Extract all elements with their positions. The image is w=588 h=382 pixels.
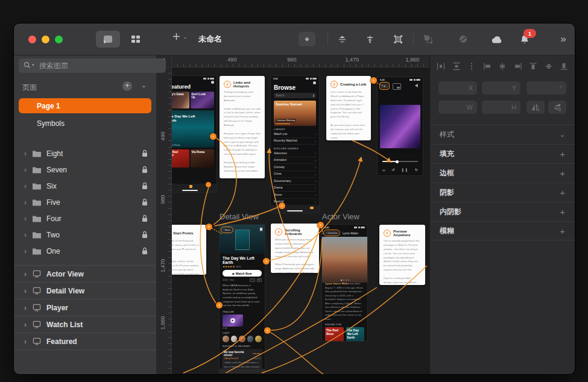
artboard-featured[interactable]: 9:41 Featured Molly's Game Don't Look Up… xyxy=(171,76,217,192)
toolbar-overflow-button[interactable]: » xyxy=(555,32,571,46)
flow-node-back[interactable] xyxy=(206,224,212,230)
symbol-tool-button[interactable] xyxy=(299,32,315,46)
pause-icon[interactable]: ❙❙ xyxy=(401,168,408,172)
cast-avatar[interactable] xyxy=(247,336,254,342)
pages-collapse-chevron-icon[interactable]: ⌄ xyxy=(141,81,147,89)
align-top-icon[interactable] xyxy=(528,61,538,71)
layer-row-folder[interactable]: › Four xyxy=(14,210,156,227)
width-field[interactable]: W xyxy=(438,101,477,114)
flow-node[interactable] xyxy=(216,302,223,308)
browse-row-genre[interactable]: Horror› xyxy=(274,192,316,199)
poster-day-we-left-earth[interactable]: The Day We Left Earth Science Fiction xyxy=(171,110,214,148)
canvas-view-toggle[interactable] xyxy=(96,31,120,48)
add-inner-shadow-button[interactable]: + xyxy=(560,207,565,217)
horizontal-ruler[interactable]: 490 980 1,470 1,960 xyxy=(171,55,430,67)
close-window-button[interactable] xyxy=(28,36,36,43)
browse-search-field[interactable]: Search xyxy=(274,93,316,98)
cast-avatar[interactable] xyxy=(231,336,238,342)
known-for-poster-red-river[interactable]: The Red River Thriller xyxy=(325,327,344,341)
fills-section-header[interactable]: 填充 + xyxy=(430,144,575,163)
subtitles-icon[interactable]: ▭ xyxy=(382,168,385,172)
add-page-button[interactable]: + xyxy=(122,81,132,91)
flow-node[interactable] xyxy=(263,258,270,265)
profile-icon[interactable] xyxy=(313,81,316,84)
distribute-horizontally-icon[interactable] xyxy=(436,61,446,71)
distribute-button[interactable] xyxy=(362,32,377,46)
lock-icon[interactable] xyxy=(142,214,148,222)
layer-row-artboard-featured[interactable]: › Featured xyxy=(14,333,156,350)
poster-mollys-game[interactable]: Molly's Game xyxy=(171,92,189,108)
layer-row-artboard-player[interactable]: › Player xyxy=(14,299,156,316)
browse-row-watch-list[interactable]: Watch List› xyxy=(274,131,316,138)
poster-red-river[interactable]: The Red River xyxy=(171,149,189,168)
lock-icon[interactable] xyxy=(142,198,148,206)
cast-row[interactable] xyxy=(223,336,262,342)
lock-icon[interactable] xyxy=(142,182,148,190)
lock-icon[interactable] xyxy=(142,166,148,174)
flow-node-back[interactable] xyxy=(370,77,377,84)
layer-row-artboard-watch-list[interactable]: › Watch List xyxy=(14,316,156,333)
lock-icon[interactable] xyxy=(142,247,148,255)
zoom-window-button[interactable] xyxy=(55,36,63,43)
forward-icon[interactable]: ↻ xyxy=(415,168,418,172)
rotation-field[interactable]: ° xyxy=(526,81,566,95)
y-position-field[interactable]: Y xyxy=(482,81,520,95)
borders-section-header[interactable]: 边框 + xyxy=(430,163,575,183)
browse-row-genre[interactable]: Drama› xyxy=(274,185,316,192)
browse-row-genre[interactable]: Crime› xyxy=(274,171,316,178)
blur-section-header[interactable]: 模糊 + xyxy=(430,221,575,240)
cast-avatar[interactable] xyxy=(223,336,229,342)
layer-row-folder[interactable]: › Eight xyxy=(14,145,156,161)
browse-row-genre[interactable]: Animation› xyxy=(274,157,316,164)
page-item-page1[interactable]: Page 1 xyxy=(19,98,151,113)
disclosure-chevron-icon[interactable]: › xyxy=(21,149,30,158)
watch-now-button[interactable]: ▶ Watch Now xyxy=(223,270,262,277)
artboard-label-detail-view[interactable]: Detail View xyxy=(220,212,259,221)
height-field[interactable]: H xyxy=(482,101,520,114)
artboard-player[interactable]: 9:41 ✕ ▭ ↺ ❙❙ ↻ xyxy=(378,77,423,175)
trailer-thumbnail[interactable]: ▶ xyxy=(223,315,243,327)
artboard-actor-view[interactable]: 9:41 ‹ Overview Lynne Walter BIO Lynne G… xyxy=(322,225,367,341)
close-player-button[interactable]: ✕ xyxy=(381,83,388,89)
canvas[interactable]: 490 980 1,470 1,960 490 980 1,470 1,960 … xyxy=(156,55,430,374)
add-fill-button[interactable]: + xyxy=(560,149,565,159)
shadows-section-header[interactable]: 阴影 + xyxy=(430,183,575,202)
layer-row-folder[interactable]: › Six xyxy=(14,178,156,194)
layer-row-folder[interactable]: › One xyxy=(14,243,156,259)
vertical-ruler[interactable]: 490 980 1,470 1,960 xyxy=(156,67,172,374)
card-links-and-hotspots[interactable]: 2 Links and Hotspots To begin prototypin… xyxy=(220,76,265,178)
notifications-button[interactable]: 1 xyxy=(517,32,533,46)
continue-watching-button[interactable]: Continue Watching xyxy=(276,119,296,122)
flow-node[interactable] xyxy=(264,327,271,334)
profile-icon[interactable] xyxy=(211,81,214,84)
distribute-vertically-icon[interactable] xyxy=(452,61,461,71)
known-for-poster-day-we-left-earth[interactable]: The Day We Left Earth Science Fiction xyxy=(346,327,365,341)
align-left-icon[interactable] xyxy=(482,61,492,71)
player-video-frame[interactable] xyxy=(380,105,420,148)
disclosure-chevron-icon[interactable]: › xyxy=(21,287,30,295)
add-shadow-button[interactable]: + xyxy=(560,187,565,198)
lock-icon[interactable] xyxy=(142,149,148,157)
disclosure-chevron-icon[interactable]: › xyxy=(21,337,30,346)
scale-button[interactable] xyxy=(390,32,406,46)
disclosure-chevron-icon[interactable]: › xyxy=(21,231,30,239)
style-section-header[interactable]: 样式 ⌄ xyxy=(430,125,575,144)
layer-row-folder[interactable]: › Seven xyxy=(14,161,156,178)
cast-avatar[interactable] xyxy=(255,336,262,342)
flow-node-back[interactable] xyxy=(317,222,324,228)
card-creating-a-link[interactable]: 3 Creating a Link Let's create a Link fr… xyxy=(326,76,371,140)
canvas-content[interactable]: 9:41 Featured Molly's Game Don't Look Up… xyxy=(171,67,430,374)
flow-node[interactable] xyxy=(279,202,285,209)
artboard-browse[interactable]: 9:41 Browse Search Sunrise Sunset Contin… xyxy=(271,76,319,213)
disclosure-chevron-icon[interactable]: › xyxy=(21,198,30,207)
flip-vertical-button[interactable] xyxy=(335,32,349,46)
cast-avatar[interactable] xyxy=(239,336,245,342)
disclosure-chevron-icon[interactable]: › xyxy=(21,321,30,329)
browse-row-genre[interactable]: Documentary› xyxy=(274,178,316,185)
flow-node[interactable] xyxy=(210,133,217,140)
align-right-icon[interactable] xyxy=(513,61,523,71)
card-scrolling-artboards[interactable]: 4 Scrolling Artboards When you need to d… xyxy=(271,224,319,273)
layer-row-folder[interactable]: › Two xyxy=(14,227,156,243)
align-center-horizontal-icon[interactable] xyxy=(498,61,507,71)
add-border-button[interactable]: + xyxy=(560,168,565,178)
